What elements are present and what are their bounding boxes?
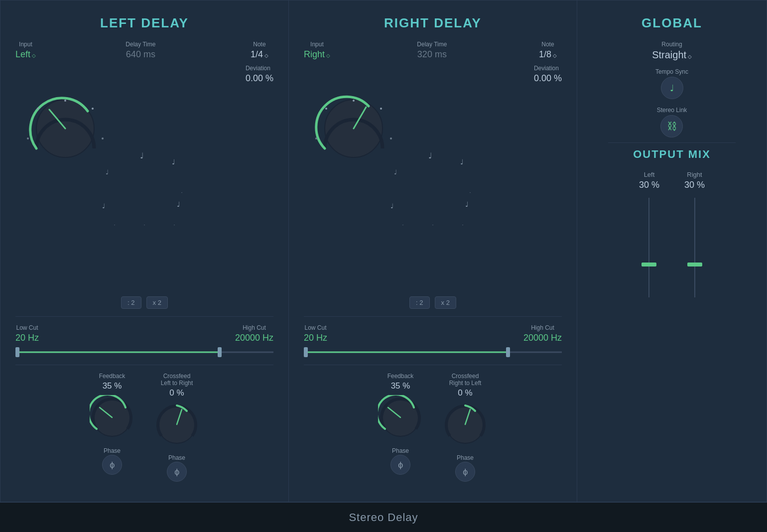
- left-high-cut-group: High Cut 20000 Hz: [235, 324, 273, 343]
- right-crossfeed-group: Crossfeed Right to Left 0 % Phase ϕ: [443, 373, 488, 482]
- right-phase-group2: Phase ϕ: [455, 453, 475, 482]
- left-divide-multiply-row: : 2 x 2: [15, 296, 273, 309]
- left-phase-button1[interactable]: ϕ: [102, 455, 122, 475]
- left-input-label: Input: [19, 41, 32, 48]
- output-right-value: 30 %: [684, 180, 705, 190]
- right-high-cut-label: High Cut: [531, 324, 554, 331]
- left-multiply-button[interactable]: x 2: [146, 296, 168, 309]
- right-filter-slider[interactable]: [304, 347, 562, 357]
- left-filter-range: [15, 352, 222, 353]
- left-divider2: [15, 365, 273, 365]
- output-mix-title: OUTPUT MIX: [592, 148, 752, 161]
- right-low-cut-group: Low Cut 20 Hz: [304, 324, 327, 343]
- right-low-cut-label: Low Cut: [305, 324, 327, 331]
- svg-point-14: [102, 137, 104, 139]
- right-multiply-button[interactable]: x 2: [435, 296, 456, 309]
- left-feedback-group: Feedback 35 % Phase ϕ: [90, 373, 134, 482]
- right-feedback-knob[interactable]: [378, 395, 423, 440]
- global-divider: [608, 142, 736, 143]
- left-crossfeed-knob[interactable]: [154, 402, 199, 447]
- global-stereo-link-button[interactable]: ⛓: [660, 115, 683, 137]
- left-high-cut-value: 20000 Hz: [235, 333, 273, 343]
- output-right-label: Right: [687, 171, 702, 178]
- left-phase-label1: Phase: [104, 447, 121, 454]
- right-divide-multiply-row: : 2 x 2: [304, 296, 562, 309]
- global-routing-value[interactable]: Straight: [652, 49, 692, 61]
- right-input-value[interactable]: Right: [304, 49, 330, 60]
- left-phase-label2: Phase: [168, 454, 185, 461]
- output-right-fader[interactable]: [690, 198, 700, 297]
- left-deviation-group: Deviation 0.00 %: [246, 65, 273, 84]
- left-delay-time-label: Delay Time: [126, 41, 155, 48]
- output-right-fader-group: Right 30 %: [684, 171, 705, 297]
- left-filter-section: Low Cut 20 Hz High Cut 20000 Hz: [15, 324, 273, 357]
- bottom-bar: Stereo Delay: [0, 502, 767, 532]
- right-crossfeed-value: 0 %: [458, 388, 472, 398]
- output-left-fader-handle[interactable]: [641, 263, 656, 266]
- left-delay-panel: LEFT DELAY Input Left Delay Time 640 ms …: [0, 0, 289, 502]
- left-phase-group1: Phase ϕ: [102, 446, 122, 475]
- output-left-value: 30 %: [639, 180, 659, 190]
- left-feedback-value: 35 %: [103, 381, 122, 391]
- right-phase-button1[interactable]: ϕ: [390, 455, 410, 475]
- svg-point-33: [325, 108, 327, 110]
- left-filter-handle-right[interactable]: [218, 347, 222, 357]
- right-feedback-value: 35 %: [391, 381, 410, 391]
- left-delay-knob-row: ♩ ♩ ♩ · ♩ ♩ · · ·: [15, 86, 273, 292]
- right-note-label: Note: [541, 41, 554, 48]
- left-crossfeed-group: Crossfeed Left to Right 0 % Phase ϕ: [154, 373, 199, 482]
- global-routing-group: Routing Straight: [652, 41, 692, 61]
- right-low-cut-value: 20 Hz: [304, 333, 327, 343]
- right-delay-panel: RIGHT DELAY Input Right Delay Time 320 m…: [289, 0, 577, 502]
- right-delay-title: RIGHT DELAY: [304, 15, 562, 31]
- right-filter-handle-right[interactable]: [506, 347, 510, 357]
- right-filter-section: Low Cut 20 Hz High Cut 20000 Hz: [304, 324, 562, 357]
- left-delay-top-row: Input Left Delay Time 640 ms Note 1/4 De…: [15, 41, 273, 84]
- right-delay-knob[interactable]: [304, 86, 562, 292]
- output-left-fader-group: Left 30 %: [639, 171, 659, 297]
- right-phase-button2[interactable]: ϕ: [455, 462, 475, 482]
- left-filter-row: Low Cut 20 Hz High Cut 20000 Hz: [15, 324, 273, 343]
- svg-point-34: [390, 137, 392, 139]
- left-deviation-value: 0.00 %: [246, 73, 273, 84]
- right-phase-symbol1: ϕ: [398, 460, 403, 470]
- left-phase-button2[interactable]: ϕ: [167, 462, 187, 482]
- plugin-name: Stereo Delay: [349, 511, 418, 524]
- right-note-group: Note 1/8 Deviation 0.00 %: [534, 41, 562, 84]
- right-high-cut-value: 20000 Hz: [523, 333, 562, 343]
- left-phase-symbol1: ϕ: [110, 460, 115, 470]
- right-input-label: Input: [310, 41, 324, 48]
- right-filter-row: Low Cut 20 Hz High Cut 20000 Hz: [304, 324, 562, 343]
- right-divide-button[interactable]: : 2: [409, 296, 429, 309]
- output-left-fader-track: [648, 198, 649, 297]
- left-note-value[interactable]: 1/4: [251, 49, 268, 60]
- left-filter-handle-left[interactable]: [15, 347, 19, 357]
- left-deviation-label: Deviation: [246, 65, 270, 72]
- left-crossfeed-value: 0 %: [169, 388, 184, 398]
- svg-point-31: [353, 100, 355, 102]
- global-stereo-link-group: Stereo Link ⛓: [657, 107, 687, 137]
- right-phase-group1: Phase ϕ: [390, 446, 410, 475]
- left-delay-knob[interactable]: [15, 86, 273, 292]
- panels-row: LEFT DELAY Input Left Delay Time 640 ms …: [0, 0, 767, 502]
- output-left-label: Left: [644, 171, 655, 178]
- right-delay-top-row: Input Right Delay Time 320 ms Note 1/8 D…: [304, 41, 562, 84]
- right-note-value[interactable]: 1/8: [539, 49, 557, 60]
- global-panel: GLOBAL Routing Straight Tempo Sync ♩ Ste…: [577, 0, 767, 502]
- output-right-fader-handle[interactable]: [687, 263, 702, 266]
- right-crossfeed-knob[interactable]: [443, 402, 488, 447]
- right-feedback-section: Feedback 35 % Phase ϕ: [304, 373, 562, 482]
- svg-point-15: [27, 137, 29, 139]
- left-divide-button[interactable]: : 2: [121, 296, 141, 309]
- right-input-group: Input Right: [304, 41, 330, 60]
- left-input-value[interactable]: Left: [15, 49, 36, 60]
- right-high-cut-group: High Cut 20000 Hz: [523, 324, 562, 343]
- output-left-fader[interactable]: [644, 198, 654, 297]
- left-filter-slider[interactable]: [15, 347, 273, 357]
- right-feedback-group: Feedback 35 % Phase ϕ: [378, 373, 423, 482]
- right-filter-handle-left[interactable]: [304, 347, 308, 357]
- left-feedback-knob[interactable]: [90, 395, 134, 440]
- global-tempo-sync-button[interactable]: ♩: [661, 77, 683, 99]
- right-crossfeed-label: Crossfeed Right to Left: [449, 373, 482, 387]
- right-phase-label1: Phase: [392, 447, 409, 454]
